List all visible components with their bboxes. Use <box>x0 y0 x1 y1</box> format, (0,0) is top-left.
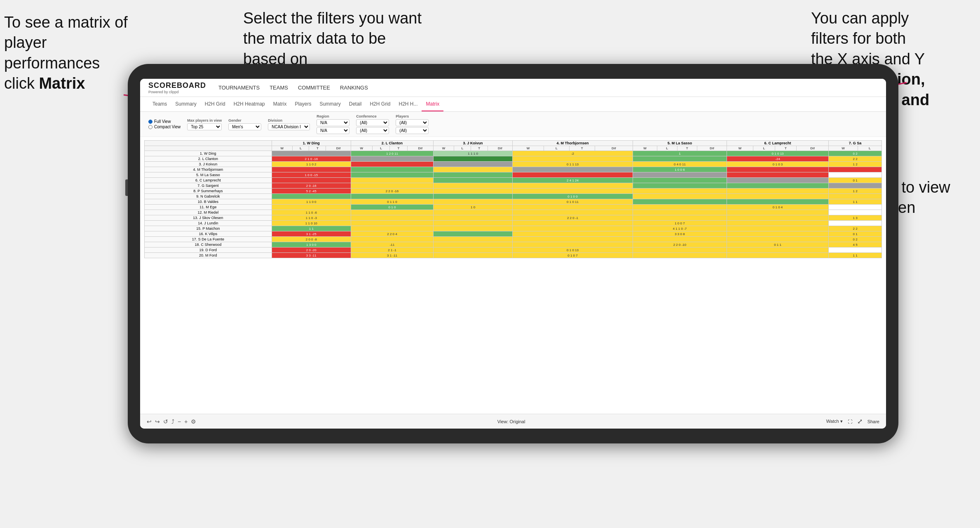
player-name-cell: 6. C Lamprecht <box>145 178 272 183</box>
matrix-area[interactable]: 1. W Ding 2. L Clanton 3. J Koivun 4. M … <box>140 137 886 414</box>
zoom-in-icon[interactable]: + <box>184 418 188 425</box>
players-select-1[interactable]: (All) <box>396 119 429 126</box>
col-header-7: 7. G Sa <box>829 141 882 146</box>
matrix-cell: 0 1 0 11 <box>513 199 633 205</box>
matrix-cell: 1 1 <box>829 253 882 258</box>
region-select-1[interactable]: N/A <box>317 119 349 126</box>
matrix-cell <box>351 215 433 221</box>
fullscreen-icon[interactable]: ⤢ <box>857 417 863 425</box>
subtab-players[interactable]: Players <box>291 97 315 111</box>
player-name-cell: 5. M La Sasso <box>145 172 272 178</box>
subtab-summary2[interactable]: Summary <box>315 97 345 111</box>
matrix-cell <box>633 194 727 199</box>
matrix-cell <box>633 199 727 205</box>
division-label: Division <box>268 118 310 123</box>
subtab-detail[interactable]: Detail <box>345 97 366 111</box>
undo-icon[interactable]: ↩ <box>147 418 152 425</box>
annotation-center: Select the filters you want the matrix d… <box>243 8 433 69</box>
filter-division: Division NCAA Division I <box>268 118 310 130</box>
table-row: 10. B Valdes1 1 0 00 1 1 00 1 0 111 1 <box>145 199 882 205</box>
settings-icon[interactable]: ⚙ <box>191 418 196 425</box>
share-button[interactable]: Share <box>867 419 879 424</box>
filter-bar: Full View Compact View Max players in vi… <box>140 112 886 137</box>
redo-icon[interactable]: ↪ <box>155 418 160 425</box>
matrix-cell <box>272 194 351 199</box>
app-logo: SCOREBOARD Powered by clippd <box>148 81 206 94</box>
matrix-cell: 1 <box>633 151 727 156</box>
subtab-h2h-grid[interactable]: H2H Grid <box>201 97 230 111</box>
nav-rankings[interactable]: RANKINGS <box>340 84 368 92</box>
nav-teams[interactable]: TEAMS <box>270 84 288 92</box>
matrix-cell <box>351 210 433 215</box>
players-select-2[interactable]: (All) <box>396 127 429 134</box>
watch-button[interactable]: Watch ▾ <box>826 419 843 424</box>
subtab-matrix1[interactable]: Matrix <box>269 97 291 111</box>
table-row: 4. M Thorbjornsen1 0 0 6 <box>145 167 882 172</box>
subtab-h2h-grid2[interactable]: H2H Grid <box>366 97 394 111</box>
matrix-cell <box>727 253 829 258</box>
player-name-cell: 20. M Ford <box>145 253 272 258</box>
full-view-option[interactable]: Full View <box>148 119 181 124</box>
subtab-matrix-active[interactable]: Matrix <box>422 97 443 111</box>
matrix-cell <box>272 205 351 210</box>
compact-view-radio[interactable] <box>148 125 152 129</box>
player-name-cell: 9. N Gabrelcik <box>145 194 272 199</box>
subtab-summary1[interactable]: Summary <box>171 97 200 111</box>
share2-icon[interactable]: ⤴ <box>171 418 174 425</box>
refresh-icon[interactable]: ↺ <box>163 418 168 425</box>
player-name-cell: 13. J Skov Olesen <box>145 215 272 221</box>
matrix-cell <box>513 189 633 194</box>
compact-view-option[interactable]: Compact View <box>148 125 181 129</box>
region-label: Region <box>317 114 349 118</box>
matrix-cell: 1 0 0 -15 <box>272 172 351 178</box>
max-players-label: Max players in view <box>187 118 222 123</box>
gender-label: Gender <box>228 118 261 123</box>
subtab-h2h-h[interactable]: H2H H... <box>394 97 422 111</box>
matrix-cell: 2 1 -1 <box>351 248 433 253</box>
conference-select-1[interactable]: (All) <box>356 119 389 126</box>
matrix-cell <box>434 156 513 162</box>
matrix-cell: 2 1 0 -16 <box>272 156 351 162</box>
division-select[interactable]: NCAA Division I <box>268 123 310 130</box>
matrix-cell: 2 2 <box>829 226 882 231</box>
matrix-cell: 1 1 1 0 <box>434 151 513 156</box>
player-name-cell: 1. W Ding <box>145 151 272 156</box>
col-header-5: 5. M La Sasso <box>633 141 727 146</box>
region-select-2[interactable]: N/A <box>317 127 349 134</box>
matrix-cell <box>633 156 727 162</box>
conference-select-2[interactable]: (All) <box>356 127 389 134</box>
matrix-cell: 1 1 0 10 <box>272 221 351 226</box>
table-row: 5. M La Sasso1 0 0 -15 <box>145 172 882 178</box>
gender-select[interactable]: Men's <box>228 123 261 130</box>
matrix-cell <box>434 210 513 215</box>
matrix-cell <box>513 231 633 237</box>
matrix-cell <box>434 167 513 172</box>
subtab-h2h-heatmap[interactable]: H2H Heatmap <box>230 97 269 111</box>
zoom-out-icon[interactable]: − <box>178 418 181 425</box>
matrix-cell <box>727 226 829 231</box>
nav-committee[interactable]: COMMITTEE <box>298 84 330 92</box>
logo-text: SCOREBOARD <box>148 81 206 90</box>
subtab-teams[interactable]: Teams <box>148 97 171 111</box>
matrix-cell <box>829 167 882 172</box>
tablet-frame: SCOREBOARD Powered by clippd TOURNAMENTS… <box>128 64 898 443</box>
matrix-cell <box>829 221 882 226</box>
nav-tournaments[interactable]: TOURNAMENTS <box>218 84 260 92</box>
compact-view-label: Compact View <box>154 125 181 129</box>
matrix-cell: 2 2 0 -16 <box>351 189 433 194</box>
matrix-cell <box>351 194 433 199</box>
table-row: 1. W Ding1 2 0 111 1 1 0-210 1 0 130 2 <box>145 151 882 156</box>
toolbar-left: ↩ ↪ ↺ ⤴ − + ⚙ <box>147 418 196 425</box>
matrix-cell <box>727 231 829 237</box>
table-row: 12. M Riedel1 1 0 -6 <box>145 210 882 215</box>
bottom-toolbar: ↩ ↪ ↺ ⤴ − + ⚙ View: Original Watch ▾ ⛶ ⤢… <box>140 414 886 429</box>
player-name-cell: 4. M Thorbjornsen <box>145 167 272 172</box>
app-navbar: SCOREBOARD Powered by clippd TOURNAMENTS… <box>140 79 886 97</box>
filter-players: Players (All) (All) <box>396 114 429 134</box>
player-name-cell: 10. B Valdes <box>145 199 272 205</box>
table-row: 11. M Ege0 1 01 00 1 0 4 <box>145 205 882 210</box>
view-options: Full View Compact View <box>148 119 181 129</box>
full-view-radio[interactable] <box>148 120 152 124</box>
screen-icon[interactable]: ⛶ <box>848 419 852 424</box>
max-players-select[interactable]: Top 25 <box>187 123 222 130</box>
